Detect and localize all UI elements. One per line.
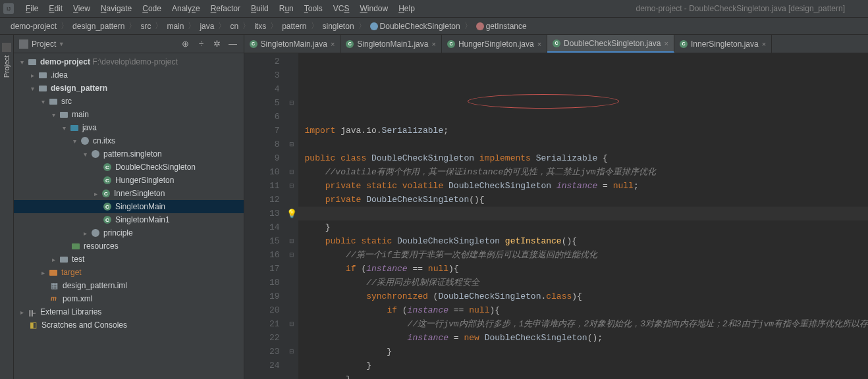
menu-tools[interactable]: Tools [299,2,328,15]
main-menu-bar: IJ File Edit View Navigate Code Analyze … [0,0,868,18]
tree-item[interactable]: ▸.idea [14,68,244,82]
tree-item[interactable]: ▾main [14,108,244,121]
settings-icon[interactable]: ✲ [212,39,223,49]
menu-build[interactable]: Build [246,2,274,15]
breadcrumb-item[interactable]: design_pattern [68,20,128,32]
breadcrumb-item[interactable]: src [136,20,155,32]
project-view-icon [19,39,28,49]
editor-area: CSingletonMain.java× CSingletonMain1.jav… [244,35,868,379]
close-icon[interactable]: × [331,40,335,48]
menu-file[interactable]: File [20,2,43,15]
tab[interactable]: CSingletonMain1.java× [340,35,442,53]
breadcrumb-item[interactable]: cn [226,20,242,32]
tree-item[interactable]: CDoubleCheckSingleton [14,161,244,174]
fold-icon[interactable]: ⊟ [285,345,298,359]
gutter-icons: ⊟ ⊟ ⊟⊟ 💡 ⊟⊟ ⊟ ⊟ [285,53,298,379]
code-content[interactable]: import java.io.Serializable; public clas… [298,53,868,379]
project-panel: Project ▼ ⊕ ÷ ✲ — ▾ demo-project F:\deve… [14,35,244,379]
tree-item[interactable]: ▾pattern.singleton [14,147,244,161]
menu-vcs[interactable]: VCS [328,2,355,15]
fold-icon[interactable]: ⊟ [285,234,298,248]
tree-item[interactable]: ▾src [14,95,244,108]
tree-item[interactable]: CSingletonMain1 [14,213,244,226]
hide-icon[interactable]: — [228,39,238,49]
fold-icon[interactable]: ⊟ [285,317,298,331]
locate-icon[interactable]: ⊕ [180,39,191,49]
tree-item[interactable]: resources [14,240,244,253]
menu-analyze[interactable]: Analyze [167,2,205,15]
fold-icon[interactable]: ⊟ [285,179,298,193]
bulb-icon[interactable]: 💡 [285,207,298,220]
class-icon [370,22,378,30]
tree-item[interactable]: CHungerSingleton [14,174,244,187]
menu-edit[interactable]: Edit [43,2,68,15]
menu-navigate[interactable]: Navigate [95,2,137,15]
tool-window-stripe: Project [0,35,14,379]
close-icon[interactable]: × [762,40,766,48]
fold-icon[interactable]: ⊟ [285,96,298,110]
tree-item[interactable]: ▾design_pattern [14,82,244,95]
breadcrumb: demo-project〉 design_pattern〉 src〉 main〉… [0,18,868,35]
breadcrumb-item[interactable]: demo-project [7,20,61,32]
expand-icon[interactable]: ÷ [196,39,207,49]
tree-item[interactable]: ▾java [14,121,244,134]
menu-code[interactable]: Code [137,2,167,15]
tab[interactable]: CInnerSingleton.java× [674,35,772,53]
project-view-dropdown[interactable]: Project ▼ [32,39,65,49]
project-tool-label[interactable]: Project [1,52,12,81]
menu-help[interactable]: Help [393,2,420,15]
menu-run[interactable]: Run [274,2,299,15]
close-icon[interactable]: × [665,39,668,47]
tree-root[interactable]: ▾ demo-project F:\develop\demo-project [14,55,244,68]
tree-item[interactable]: ◧Scratches and Consoles [14,318,244,332]
close-icon[interactable]: × [537,40,541,48]
menu-refactor[interactable]: Refactor [205,2,246,15]
tree-item[interactable]: ▸CInnerSingleton [14,187,244,200]
breadcrumb-item[interactable]: itxs [250,20,270,32]
breadcrumb-item[interactable]: getInstance [472,20,531,32]
project-tool-icon[interactable] [2,43,11,52]
tree-item[interactable]: mpom.xml [14,292,244,305]
annotation-ellipse [468,94,619,109]
tree-item[interactable]: ▸⊪External Libraries [14,305,244,318]
tree-item[interactable]: ▸target [14,266,244,279]
breadcrumb-item[interactable]: main [163,20,188,32]
line-number-gutter: 23456789101112131415161718192021222324 [244,53,285,379]
tree-item[interactable]: ▾cn.itxs [14,134,244,147]
tree-item[interactable]: ▸test [14,253,244,266]
menu-view[interactable]: View [68,2,95,15]
fold-icon[interactable]: ⊟ [285,165,298,179]
breadcrumb-item[interactable]: DoubleCheckSingleton [366,20,464,32]
tree-item[interactable]: ▦design_pattern.iml [14,279,244,292]
fold-icon[interactable]: ⊟ [285,248,298,262]
method-icon [476,22,484,30]
tab[interactable]: CSingletonMain.java× [244,35,341,53]
ide-logo-icon: IJ [3,3,14,14]
project-panel-header: Project ▼ ⊕ ÷ ✲ — [14,35,244,53]
tab-active[interactable]: CDoubleCheckSingleton.java× [547,35,674,53]
close-icon[interactable]: × [431,40,435,48]
editor-tabs: CSingletonMain.java× CSingletonMain1.jav… [244,35,868,53]
tab[interactable]: CHungerSingleton.java× [442,35,547,53]
code-editor[interactable]: 23456789101112131415161718192021222324 ⊟… [244,53,868,379]
window-title: demo-project - DoubleCheckSingleton.java… [636,4,845,13]
breadcrumb-item[interactable]: pattern [278,20,310,32]
tree-item-selected[interactable]: CSingletonMain [14,200,244,213]
breadcrumb-item[interactable]: singleton [319,20,358,32]
project-tree[interactable]: ▾ demo-project F:\develop\demo-project ▸… [14,53,244,379]
tree-item[interactable]: ▸principle [14,226,244,240]
menu-window[interactable]: Window [354,2,393,15]
fold-icon[interactable]: ⊟ [285,138,298,151]
breadcrumb-item[interactable]: java [196,20,218,32]
